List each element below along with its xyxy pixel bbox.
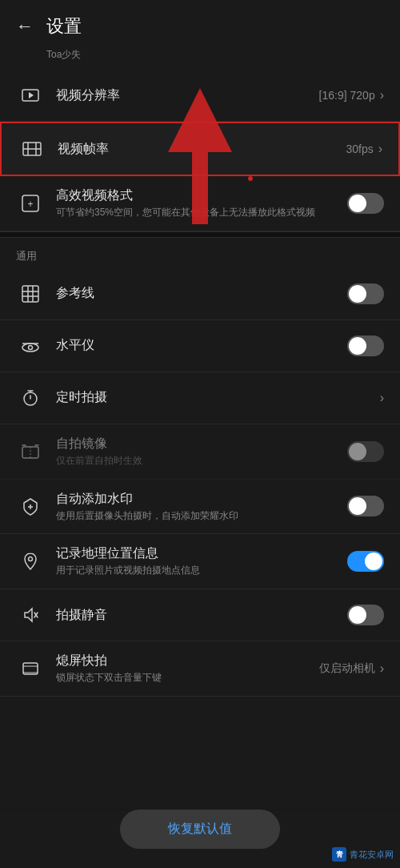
quick-snap-value: 仅启动相机 › bbox=[319, 661, 384, 676]
level-toggle[interactable] bbox=[347, 336, 384, 356]
quick-snap-title: 熄屏快拍 bbox=[56, 653, 311, 669]
video-fps-chevron: › bbox=[378, 142, 382, 156]
hevc-subtitle: 可节省约35%空间，您可能在其他设备上无法播放此格式视频 bbox=[56, 206, 339, 219]
setting-row-level[interactable]: 水平仪 bbox=[0, 320, 400, 372]
setting-row-watermark[interactable]: 自动添加水印 使用后置摄像头拍摄时，自动添加荣耀水印 bbox=[0, 480, 400, 535]
shutter-sound-toggle-container bbox=[347, 605, 384, 625]
setting-row-grid-line[interactable]: 参考线 bbox=[0, 268, 400, 320]
svg-point-25 bbox=[29, 557, 33, 561]
page-title: 设置 bbox=[46, 14, 82, 38]
back-button[interactable]: ← bbox=[16, 16, 34, 37]
section-general-label: 通用 bbox=[0, 238, 400, 268]
location-content: 记录地理位置信息 用于记录照片或视频拍摄地点信息 bbox=[56, 545, 339, 577]
svg-rect-7 bbox=[22, 286, 38, 302]
selfie-icon bbox=[16, 437, 45, 466]
grid-line-toggle[interactable] bbox=[347, 283, 384, 304]
grid-line-toggle-container bbox=[347, 283, 384, 304]
reset-defaults-button[interactable]: 恢复默认值 bbox=[120, 810, 280, 849]
location-title: 记录地理位置信息 bbox=[56, 545, 339, 562]
shutter-sound-title: 拍摄静音 bbox=[56, 607, 339, 624]
quick-snap-icon bbox=[16, 654, 45, 683]
timer-right: › bbox=[375, 391, 384, 405]
timer-title: 定时拍摄 bbox=[56, 389, 367, 406]
shutter-sound-icon bbox=[16, 601, 45, 629]
hevc-toggle-container bbox=[347, 193, 384, 214]
selfie-mirror-toggle[interactable] bbox=[347, 441, 384, 462]
svg-text:+: + bbox=[27, 199, 33, 210]
watermark-title: 自动添加水印 bbox=[56, 491, 339, 508]
video-fps-title: 视频帧率 bbox=[58, 141, 338, 158]
setting-row-timer[interactable]: 定时拍摄 › bbox=[0, 372, 400, 424]
grid-line-title: 参考线 bbox=[56, 285, 339, 302]
quick-snap-chevron: › bbox=[380, 661, 384, 676]
watermark-toggle-container bbox=[347, 496, 384, 516]
level-icon bbox=[16, 332, 45, 360]
svg-rect-19 bbox=[22, 447, 38, 458]
selfie-mirror-title: 自拍镜像 bbox=[56, 436, 339, 452]
setting-row-selfie-mirror[interactable]: 自拍镜像 仅在前置自拍时生效 bbox=[0, 424, 400, 480]
video-resolution-title: 视频分辨率 bbox=[56, 87, 311, 104]
location-icon bbox=[16, 547, 45, 576]
video-fps-value: 30fps › bbox=[346, 142, 382, 156]
setting-row-video-resolution[interactable]: 视频分辨率 [16:9] 720p › bbox=[0, 70, 400, 122]
shutter-sound-toggle[interactable] bbox=[347, 605, 384, 625]
video-resolution-icon bbox=[16, 81, 45, 110]
video-resolution-chevron: › bbox=[380, 88, 384, 102]
quick-snap-content: 熄屏快拍 锁屏状态下双击音量下键 bbox=[56, 653, 311, 685]
selfie-mirror-subtitle: 仅在前置自拍时生效 bbox=[56, 454, 339, 468]
setting-row-shutter-sound[interactable]: 拍摄静音 bbox=[0, 589, 400, 641]
hevc-icon: + bbox=[16, 189, 45, 218]
header-subtitle: Toa少失 bbox=[0, 46, 400, 70]
level-toggle-container bbox=[347, 336, 384, 356]
watermark-text: 青花安卓网 bbox=[350, 849, 394, 861]
video-fps-icon bbox=[18, 135, 46, 163]
shutter-sound-content: 拍摄静音 bbox=[56, 607, 339, 624]
watermark-content: 自动添加水印 使用后置摄像头拍摄时，自动添加荣耀水印 bbox=[56, 491, 339, 523]
setting-row-hevc[interactable]: + 高效视频格式 可节省约35%空间，您可能在其他设备上无法播放此格式视频 bbox=[0, 176, 400, 231]
watermark-icon bbox=[16, 492, 45, 520]
svg-point-13 bbox=[29, 345, 33, 349]
grid-line-content: 参考线 bbox=[56, 285, 339, 302]
timer-icon bbox=[16, 384, 45, 412]
setting-row-quick-snap[interactable]: 熄屏快拍 锁屏状态下双击音量下键 仅启动相机 › bbox=[0, 641, 400, 697]
watermark-subtitle: 使用后置摄像头拍摄时，自动添加荣耀水印 bbox=[56, 509, 339, 523]
quick-snap-subtitle: 锁屏状态下双击音量下键 bbox=[56, 671, 311, 685]
setting-row-location[interactable]: 记录地理位置信息 用于记录照片或视频拍摄地点信息 bbox=[0, 534, 400, 589]
level-title: 水平仪 bbox=[56, 337, 339, 354]
watermark-toggle[interactable] bbox=[347, 496, 384, 516]
setting-row-video-fps[interactable]: 视频帧率 30fps › bbox=[0, 122, 400, 176]
hevc-toggle[interactable] bbox=[347, 193, 384, 214]
watermark-badge: 青 青花安卓网 bbox=[332, 847, 394, 862]
video-resolution-value: [16:9] 720p › bbox=[319, 88, 384, 102]
settings-header: ← 设置 bbox=[0, 0, 400, 46]
location-toggle-container bbox=[347, 551, 384, 572]
hevc-title: 高效视频格式 bbox=[56, 187, 339, 204]
red-dot bbox=[248, 176, 253, 181]
selfie-mirror-content: 自拍镜像 仅在前置自拍时生效 bbox=[56, 436, 339, 468]
timer-content: 定时拍摄 bbox=[56, 389, 367, 406]
svg-point-12 bbox=[22, 344, 38, 352]
location-subtitle: 用于记录照片或视频拍摄地点信息 bbox=[56, 564, 339, 577]
watermark-logo: 青 bbox=[332, 847, 346, 862]
video-fps-content: 视频帧率 bbox=[58, 141, 338, 158]
hevc-content: 高效视频格式 可节省约35%空间，您可能在其他设备上无法播放此格式视频 bbox=[56, 187, 339, 219]
video-resolution-content: 视频分辨率 bbox=[56, 87, 311, 104]
section-divider bbox=[0, 231, 400, 238]
timer-chevron: › bbox=[380, 391, 384, 405]
level-content: 水平仪 bbox=[56, 337, 339, 354]
grid-line-icon bbox=[16, 279, 45, 308]
location-toggle[interactable] bbox=[347, 551, 384, 572]
selfie-mirror-toggle-container bbox=[347, 441, 384, 462]
